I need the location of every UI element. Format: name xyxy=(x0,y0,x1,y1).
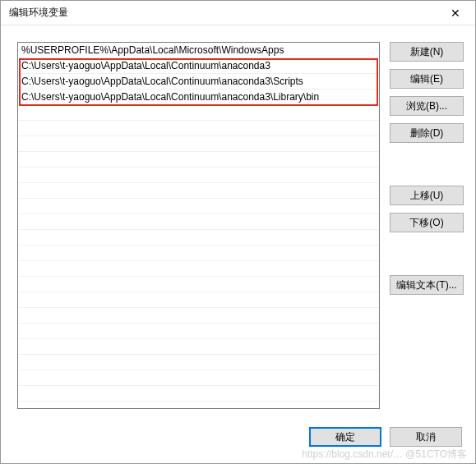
list-item-empty[interactable] xyxy=(18,339,379,355)
list-item-empty[interactable] xyxy=(18,105,379,121)
list-item-empty[interactable] xyxy=(18,199,379,214)
list-item[interactable]: C:\Users\t-yaoguo\AppData\Local\Continuu… xyxy=(18,74,379,90)
list-item-empty[interactable] xyxy=(18,214,379,230)
browse-button[interactable]: 浏览(B)... xyxy=(390,96,464,116)
new-button[interactable]: 新建(N) xyxy=(390,42,464,62)
edit-button[interactable]: 编辑(E) xyxy=(390,69,464,89)
list-item-empty[interactable] xyxy=(18,261,379,277)
ok-button[interactable]: 确定 xyxy=(309,427,381,447)
delete-button[interactable]: 删除(D) xyxy=(390,123,464,143)
edit-text-button[interactable]: 编辑文本(T)... xyxy=(390,275,464,295)
list-item-empty[interactable] xyxy=(18,183,379,199)
list-item-empty[interactable] xyxy=(18,152,379,168)
close-icon: ✕ xyxy=(451,7,460,20)
move-up-button[interactable]: 上移(U) xyxy=(390,186,464,205)
list-item-empty[interactable] xyxy=(18,121,379,136)
list-item-empty[interactable] xyxy=(18,136,379,152)
path-listbox[interactable]: %USERPROFILE%\AppData\Local\Microsoft\Wi… xyxy=(17,42,380,409)
dialog-content: %USERPROFILE%\AppData\Local\Microsoft\Wi… xyxy=(1,25,475,417)
titlebar: 编辑环境变量 ✕ xyxy=(1,1,475,25)
list-item[interactable]: C:\Users\t-yaoguo\AppData\Local\Continuu… xyxy=(18,90,379,105)
list-item-empty[interactable] xyxy=(18,168,379,183)
list-item-empty[interactable] xyxy=(18,308,379,324)
list-item-empty[interactable] xyxy=(18,324,379,339)
list-item-empty[interactable] xyxy=(18,370,379,386)
window-title: 编辑环境变量 xyxy=(9,6,439,20)
list-item[interactable]: %USERPROFILE%\AppData\Local\Microsoft\Wi… xyxy=(18,43,379,58)
list-item-empty[interactable] xyxy=(18,246,379,261)
list-item-empty[interactable] xyxy=(18,355,379,370)
list-item-empty[interactable] xyxy=(18,230,379,246)
button-column: 新建(N) 编辑(E) 浏览(B)... 删除(D) 上移(U) 下移(O) 编… xyxy=(390,42,464,409)
move-down-button[interactable]: 下移(O) xyxy=(390,213,464,232)
list-item[interactable]: C:\Users\t-yaoguo\AppData\Local\Continuu… xyxy=(18,58,379,74)
cancel-button[interactable]: 取消 xyxy=(390,427,462,447)
list-item-empty[interactable] xyxy=(18,386,379,402)
list-item-empty[interactable] xyxy=(18,292,379,308)
close-button[interactable]: ✕ xyxy=(439,2,472,24)
dialog-footer: 确定 取消 xyxy=(1,417,475,463)
list-item-empty[interactable] xyxy=(18,277,379,292)
